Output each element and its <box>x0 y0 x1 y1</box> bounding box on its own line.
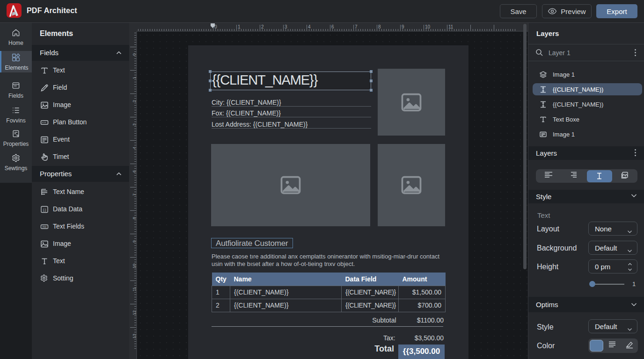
svg-text:{;}: {;} <box>43 208 46 211</box>
svg-text:thde: thde <box>43 226 47 228</box>
